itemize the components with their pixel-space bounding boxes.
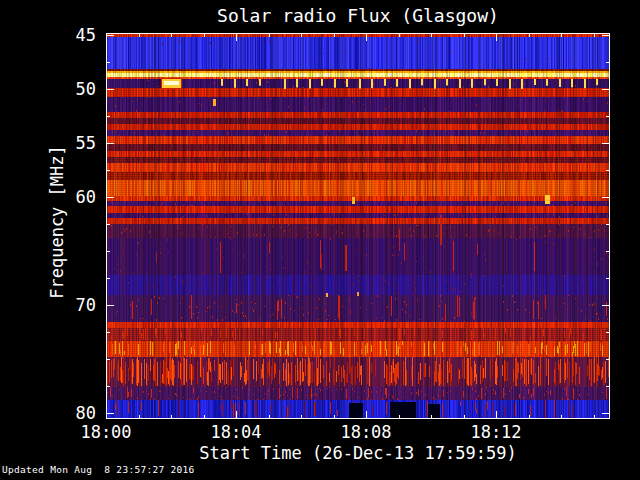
x-tick-label: 18:08 xyxy=(326,422,406,442)
chart-title: Solar radio Flux (Glasgow) xyxy=(106,5,610,26)
spectrogram-plot xyxy=(106,33,610,419)
y-tick-label: 70 xyxy=(58,295,96,315)
y-tick-label: 50 xyxy=(58,79,96,99)
x-tick-label: 18:04 xyxy=(196,422,276,442)
x-tick-label: 18:12 xyxy=(456,422,536,442)
y-axis-title: Frequency [MHz] xyxy=(47,145,67,299)
y-tick-label: 45 xyxy=(58,25,96,45)
updated-timestamp: Updated Mon Aug 8 23:57:27 2016 xyxy=(2,464,195,475)
x-tick-label: 18:00 xyxy=(66,422,146,442)
spectrogram-figure: Solar radio Flux (Glasgow) Frequency [MH… xyxy=(0,0,640,480)
x-axis-title: Start Time (26-Dec-13 17:59:59) xyxy=(106,443,610,463)
y-tick-label: 80 xyxy=(58,403,96,423)
y-tick-label: 55 xyxy=(58,133,96,153)
y-tick-label: 60 xyxy=(58,187,96,207)
